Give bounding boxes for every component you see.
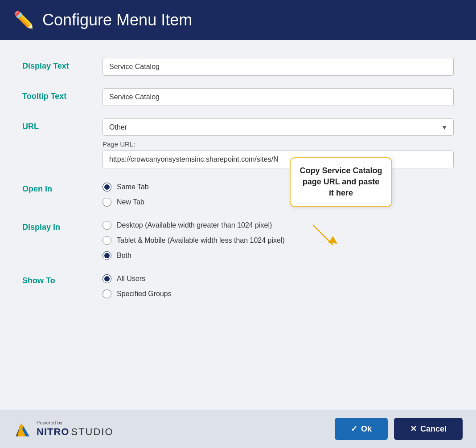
nitro-logo-icon [13, 419, 32, 438]
x-icon: ✕ [410, 424, 417, 434]
show-to-control: All Users Specified Groups [103, 273, 454, 298]
open-in-same-tab-label: Same Tab [117, 183, 149, 191]
url-select[interactable]: Other [103, 118, 454, 136]
tooltip-text-label: Tooltip Text [22, 88, 94, 101]
nitro-branding: Powered by NITRO STUDIO [13, 419, 114, 438]
open-in-label: Open In [22, 181, 94, 194]
display-in-desktop[interactable]: Desktop (Available width greater than 10… [103, 221, 454, 230]
display-in-desktop-radio[interactable] [103, 221, 111, 230]
show-to-radio-group: All Users Specified Groups [103, 273, 454, 298]
footer-buttons: ✓ Ok ✕ Cancel [335, 418, 463, 440]
tooltip-text-input[interactable] [103, 88, 454, 106]
url-control: Other ▼ Page URL: [103, 118, 454, 168]
tooltip-bubble: Copy Service Catalog page URL and paste … [290, 157, 392, 207]
studio-text: STUDIO [71, 426, 113, 438]
display-in-both-radio[interactable] [103, 251, 111, 260]
powered-by-text: Powered by [37, 420, 62, 425]
nitro-logo-text: Powered by NITRO STUDIO [37, 420, 114, 438]
show-to-all-users-radio[interactable] [103, 274, 111, 283]
tooltip-text-row: Tooltip Text Copy Service Catalog page U… [22, 88, 454, 106]
edit-icon: ✏️ [13, 10, 34, 30]
url-select-wrapper: Other ▼ [103, 118, 454, 136]
display-in-both-label: Both [117, 252, 131, 260]
page-url-label: Page URL: [103, 140, 454, 148]
open-in-new-tab-radio[interactable] [103, 198, 111, 207]
display-text-row: Display Text [22, 58, 454, 76]
page-url-input[interactable] [103, 151, 454, 168]
display-text-input[interactable] [103, 58, 454, 76]
display-text-label: Display Text [22, 58, 94, 71]
open-in-new-tab-label: New Tab [117, 198, 144, 206]
check-icon: ✓ [351, 424, 357, 434]
display-in-desktop-label: Desktop (Available width greater than 10… [117, 221, 272, 229]
tooltip-text-control [103, 88, 454, 106]
show-to-specified-groups-radio[interactable] [103, 289, 111, 298]
open-in-new-tab[interactable]: New Tab [103, 198, 454, 207]
open-in-same-tab-radio[interactable] [103, 183, 111, 191]
show-to-all-users-label: All Users [117, 275, 145, 283]
display-in-row: Display In Desktop (Available width grea… [22, 219, 454, 260]
cancel-button[interactable]: ✕ Cancel [394, 418, 463, 440]
main-content: Display Text Tooltip Text Copy Service C… [0, 40, 476, 410]
display-in-tablet-label: Tablet & Mobile (Available width less th… [117, 236, 285, 244]
page-url-section: Page URL: [103, 140, 454, 168]
dialog-title: Configure Menu Item [42, 11, 192, 29]
ok-button[interactable]: ✓ Ok [335, 418, 388, 440]
show-to-row: Show To All Users Specified Groups [22, 273, 454, 298]
display-text-control [103, 58, 454, 76]
svg-marker-1 [328, 236, 337, 244]
cancel-label: Cancel [420, 424, 447, 434]
show-to-specified-groups-label: Specified Groups [117, 290, 172, 298]
footer: Powered by NITRO STUDIO ✓ Ok ✕ Cancel [0, 410, 476, 448]
ok-label: Ok [361, 424, 372, 434]
display-in-both[interactable]: Both [103, 251, 454, 260]
open-in-same-tab[interactable]: Same Tab [103, 183, 454, 191]
display-in-label: Display In [22, 219, 94, 232]
nitro-studio-name: NITRO STUDIO [37, 426, 114, 438]
display-in-control: Desktop (Available width greater than 10… [103, 219, 454, 260]
dialog-header: ✏️ Configure Menu Item [0, 0, 476, 40]
nitro-text: NITRO [37, 426, 69, 438]
open-in-radio-group: Same Tab New Tab [103, 181, 454, 207]
display-in-radio-group: Desktop (Available width greater than 10… [103, 219, 454, 260]
url-label: URL [22, 118, 94, 131]
open-in-control: Same Tab New Tab [103, 181, 454, 207]
display-in-tablet[interactable]: Tablet & Mobile (Available width less th… [103, 236, 454, 245]
show-to-label: Show To [22, 273, 94, 285]
display-in-tablet-radio[interactable] [103, 236, 111, 245]
show-to-all-users[interactable]: All Users [103, 274, 454, 283]
show-to-specified-groups[interactable]: Specified Groups [103, 289, 454, 298]
